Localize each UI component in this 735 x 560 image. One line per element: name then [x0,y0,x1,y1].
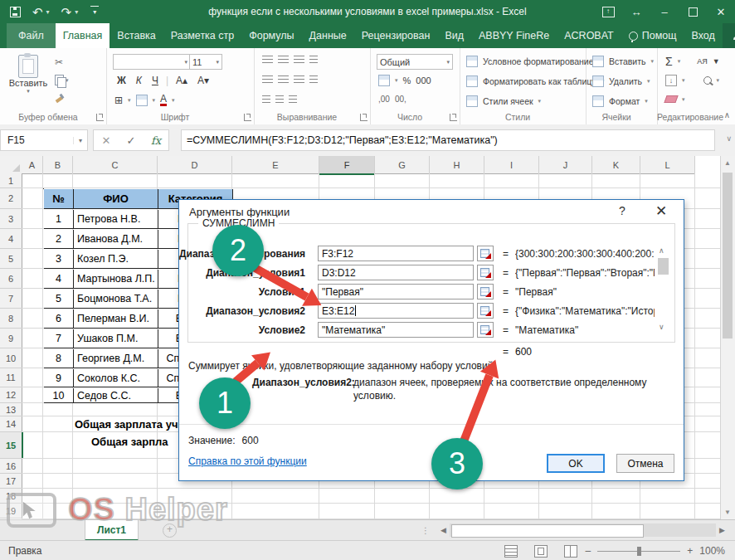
fill-icon[interactable]: ↓ [665,75,677,86]
zoom-in-icon[interactable]: + [687,545,693,557]
increase-indent-icon[interactable] [275,95,284,104]
table-cell[interactable]: Соколов К.С. [74,369,158,387]
cancel-button[interactable]: Отмена [616,454,674,473]
tab-review[interactable]: Рецензирован [354,23,438,48]
column-header-C[interactable]: C [73,156,158,174]
insert-cells-button[interactable]: Вставить▾ [592,56,654,67]
font-dialog-launcher-icon[interactable] [244,114,251,121]
table-cell[interactable]: Козел П.Э. [74,250,158,269]
tab-data[interactable]: Данные [302,23,354,48]
column-header-H[interactable]: H [430,156,484,174]
save-icon[interactable] [10,7,21,17]
decrease-font-icon[interactable]: А▾ [195,75,212,86]
clear-icon[interactable] [664,95,678,103]
argument-input[interactable]: "Математика" [318,322,474,338]
font-size-combo[interactable]: 11▾ [189,54,222,70]
cancel-entry-icon[interactable]: ✕ [94,134,119,147]
horizontal-scroll-thumb[interactable] [451,524,644,538]
column-header-J[interactable]: J [539,156,592,174]
bold-button[interactable]: Ж [114,75,129,86]
merge-center-icon[interactable] [309,75,318,84]
row-header-17[interactable]: 17 [0,474,22,489]
args-scroll-down-icon[interactable]: ∨ [659,323,664,331]
table-cell[interactable]: 4 [44,270,74,289]
table-cell[interactable]: Иванова Д.М. [74,230,158,249]
zoom-slider-thumb[interactable] [637,547,641,556]
table-cell[interactable]: 9 [44,369,74,387]
align-center-icon[interactable] [278,75,289,84]
zoom-out-icon[interactable]: – [586,545,591,557]
redo-dropdown-icon[interactable]: ▾ [75,8,78,16]
ok-button[interactable]: OK [547,454,605,473]
row-header-9[interactable]: 9 [0,329,22,348]
tab-acrobat[interactable]: ACROBAT [557,23,621,48]
table-cell[interactable]: Седов С.С. [74,388,158,403]
find-select-icon[interactable] [703,76,712,85]
table-cell[interactable]: Ушаков П.М. [74,329,158,348]
table-cell[interactable]: 5 [44,290,74,309]
argument-input[interactable]: F3:F12 [318,246,474,261]
autosum-icon[interactable]: Σ [665,55,673,68]
range-picker-icon[interactable] [477,303,494,319]
name-box-dropdown-icon[interactable]: ▾ [73,137,87,144]
tab-home[interactable]: Главная [56,23,110,48]
tab-file[interactable]: Файл [7,23,56,48]
column-header-D[interactable]: D [158,156,232,174]
ribbon-display-options-icon[interactable]: ↑ [594,0,622,23]
sort-filter-icon[interactable]: АЯ [697,57,708,66]
scrollbar-resize-handle[interactable]: ⋮ [421,526,431,535]
range-picker-icon[interactable] [477,246,494,261]
wrap-text-icon[interactable] [289,95,297,104]
underline-button[interactable]: Ч [149,75,161,86]
accounting-format-icon[interactable] [378,75,390,86]
row-header-3[interactable]: 3 [0,209,22,229]
customize-qat-icon[interactable]: ▾ [90,8,100,16]
argument-input[interactable]: D3:D12 [318,265,474,280]
column-header-E[interactable]: E [232,156,319,174]
tab-page-layout[interactable]: Разметка стр [163,23,241,48]
scroll-left-icon[interactable]: ◀ [437,526,450,534]
fill-color-icon[interactable] [136,95,148,106]
table-cell[interactable]: 6 [44,309,74,329]
args-scroll-up-icon[interactable]: ∧ [659,246,664,255]
number-dialog-launcher-icon[interactable] [450,114,457,121]
decrease-decimal-icon[interactable]: 00, [395,95,406,104]
table-cell[interactable]: 8 [44,349,74,368]
maximize-button[interactable] [679,0,707,23]
italic-button[interactable]: К [134,75,144,86]
dialog-close-icon[interactable]: ✕ [655,202,667,220]
row-header-16[interactable]: 16 [0,459,22,474]
column-header-A[interactable]: A [22,156,43,174]
tab-view[interactable]: Вид [437,23,471,48]
resize-icon[interactable]: ↔ [622,0,650,23]
row-header-8[interactable]: 8 [0,309,22,329]
cut-button[interactable]: ✂ [55,56,63,68]
font-color-icon[interactable]: А [160,95,167,106]
percent-style-button[interactable]: % [403,75,411,85]
table-cell[interactable]: 7 [44,329,74,348]
decrease-indent-icon[interactable] [262,95,270,104]
row-header-15[interactable]: 15 [0,432,23,459]
row-header-4[interactable]: 4 [0,229,22,249]
align-left-icon[interactable] [262,75,273,84]
column-header-L[interactable]: L [640,156,695,174]
format-painter-button[interactable] [55,93,64,102]
delete-cells-button[interactable]: Удалить▾ [592,75,650,87]
format-as-table-button[interactable]: Форматировать как таблицу▾ [466,75,604,87]
redo-icon[interactable]: ↷ [61,6,72,18]
row-header-14[interactable]: 14 [0,416,22,432]
row-header-6[interactable]: 6 [0,269,22,289]
orientation-icon[interactable] [309,56,318,64]
page-layout-view-icon[interactable] [534,545,548,558]
tab-formulas[interactable]: Формулы [241,23,301,48]
expand-formula-bar-icon[interactable]: ∨ [726,134,732,143]
range-picker-icon[interactable] [477,265,494,280]
column-header-B[interactable]: B [43,156,73,174]
zoom-slider[interactable] [597,551,680,552]
row-header-13[interactable]: 13 [0,403,22,416]
row-header-1[interactable]: 1 [0,173,22,188]
row-header-7[interactable]: 7 [0,289,22,309]
scroll-up-icon[interactable]: ▲ [721,156,734,170]
table-cell[interactable]: 2 [44,230,74,249]
tab-abbyy[interactable]: ABBYY FineRe [471,23,557,48]
